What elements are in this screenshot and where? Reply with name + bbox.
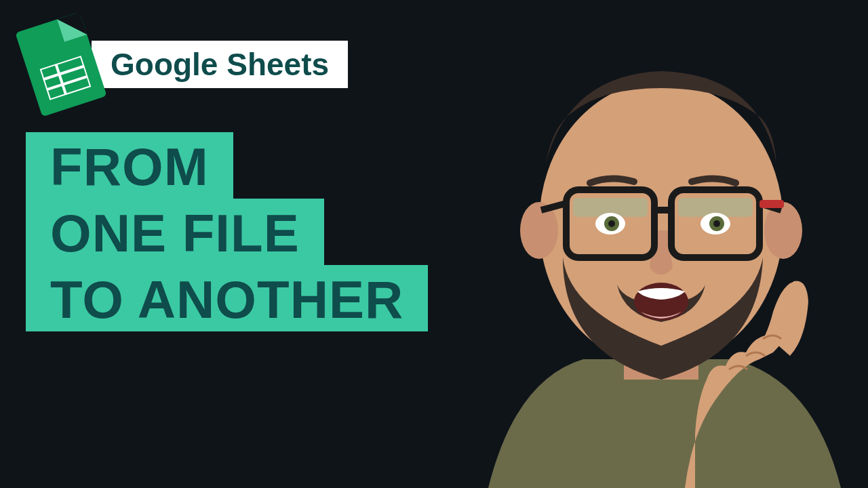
svg-rect-14 (760, 200, 784, 208)
header-label: Google Sheets (92, 41, 348, 88)
presenter-photo (393, 0, 868, 488)
svg-point-7 (764, 202, 802, 259)
svg-line-3 (56, 64, 66, 95)
title-line-3: TO ANOTHER (26, 265, 428, 331)
google-sheets-icon (15, 12, 106, 117)
main-title: FROM ONE FILE TO ANOTHER (26, 132, 428, 331)
svg-line-2 (47, 77, 88, 90)
title-line-2: ONE FILE (26, 199, 324, 265)
svg-line-1 (43, 66, 85, 79)
title-line-1: FROM (26, 132, 233, 199)
svg-point-22 (713, 220, 720, 227)
svg-point-5 (539, 81, 783, 366)
svg-point-19 (608, 220, 615, 227)
